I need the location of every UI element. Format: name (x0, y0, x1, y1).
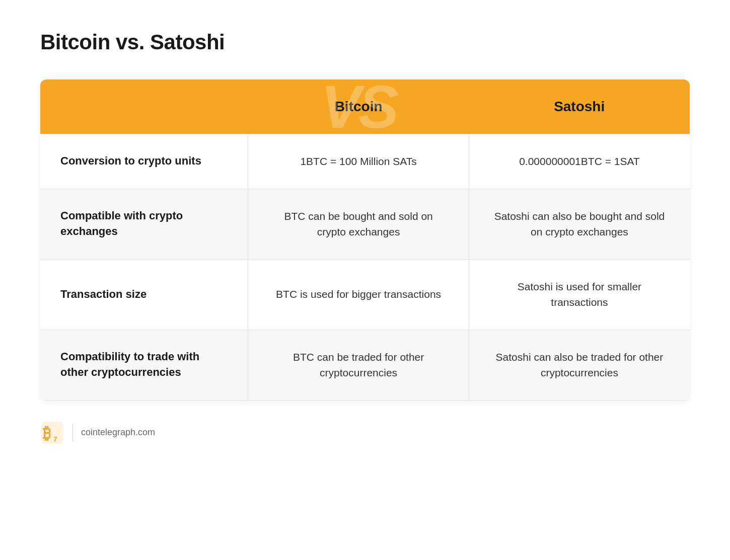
row-label: Conversion to crypto units (60, 154, 201, 167)
header-satoshi-cell: Satoshi (469, 79, 690, 134)
bitcoin-value: BTC can be traded for other cryptocurren… (293, 351, 424, 379)
bitcoin-value-cell: 1BTC = 100 Million SATs (248, 134, 469, 189)
bitcoin-value-cell: BTC can be bought and sold on crypto exc… (248, 189, 469, 259)
svg-text:₿: ₿ (43, 424, 51, 442)
page-title: Bitcoin vs. Satoshi (40, 30, 690, 54)
header-bitcoin-label: Bitcoin (335, 99, 383, 114)
table-row: Compatible with crypto exchangesBTC can … (40, 189, 690, 259)
satoshi-value: 0.000000001BTC = 1SAT (519, 155, 640, 167)
table-header-row: VS Bitcoin Satoshi (40, 79, 690, 134)
footer-divider (72, 424, 73, 442)
bitcoin-value: 1BTC = 100 Million SATs (300, 155, 416, 167)
table-body: Conversion to crypto units1BTC = 100 Mil… (40, 134, 690, 401)
table-row: Conversion to crypto units1BTC = 100 Mil… (40, 134, 690, 189)
satoshi-value: Satoshi is used for smaller transactions (518, 281, 641, 308)
comparison-table: VS Bitcoin Satoshi Conversion to crypto … (40, 79, 690, 401)
bitcoin-value-cell: BTC can be traded for other cryptocurren… (248, 330, 469, 400)
row-label: Compatibility to trade with other crypto… (60, 350, 199, 378)
satoshi-value-cell: 0.000000001BTC = 1SAT (469, 134, 690, 189)
header-empty-cell (40, 79, 248, 134)
row-label: Transaction size (60, 288, 147, 300)
row-label-cell: Compatible with crypto exchanges (40, 189, 248, 259)
header-satoshi-label: Satoshi (554, 99, 605, 114)
row-label-cell: Transaction size (40, 259, 248, 330)
satoshi-value-cell: Satoshi can also be bought and sold on c… (469, 189, 690, 259)
cointelegraph-logo: ₿ 7 (40, 421, 64, 445)
satoshi-value: Satoshi can also be bought and sold on c… (494, 210, 665, 238)
row-label: Compatible with crypto exchanges (60, 209, 183, 237)
footer-source: cointelegraph.com (81, 427, 155, 438)
bitcoin-value: BTC is used for bigger transactions (276, 288, 441, 300)
footer: ₿ 7 cointelegraph.com (40, 421, 690, 445)
satoshi-value: Satoshi can also be traded for other cry… (496, 351, 664, 379)
bitcoin-value: BTC can be bought and sold on crypto exc… (284, 210, 432, 238)
row-label-cell: Compatibility to trade with other crypto… (40, 330, 248, 400)
row-label-cell: Conversion to crypto units (40, 134, 248, 189)
satoshi-value-cell: Satoshi is used for smaller transactions (469, 259, 690, 330)
satoshi-value-cell: Satoshi can also be traded for other cry… (469, 330, 690, 400)
table-row: Transaction sizeBTC is used for bigger t… (40, 259, 690, 330)
svg-text:7: 7 (53, 435, 57, 443)
table-row: Compatibility to trade with other crypto… (40, 330, 690, 400)
bitcoin-value-cell: BTC is used for bigger transactions (248, 259, 469, 330)
header-bitcoin-cell: VS Bitcoin (248, 79, 469, 134)
